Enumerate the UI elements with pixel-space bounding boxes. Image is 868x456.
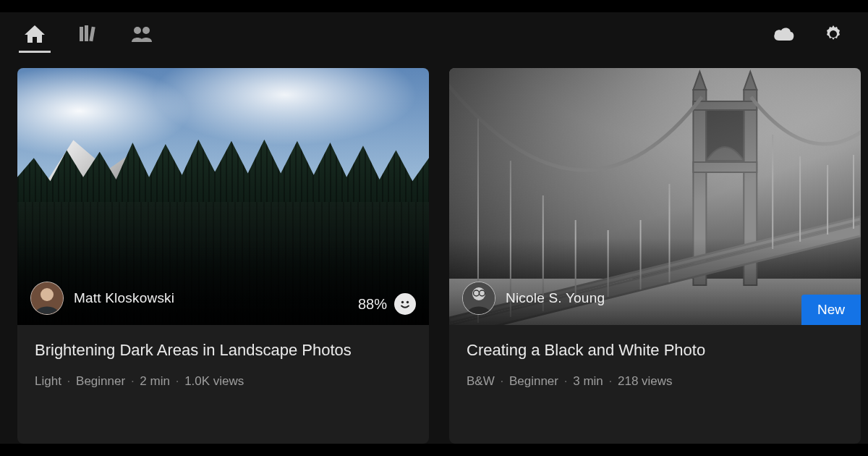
tutorial-title: Creating a Black and White Photo [467,341,843,360]
rating-row: 88% [358,293,416,315]
author-avatar [462,282,495,315]
svg-point-9 [407,301,409,303]
rating-percent: 88% [358,296,387,313]
gear-icon [823,24,843,44]
card-body: Creating a Black and White Photo B&W · B… [449,325,861,444]
author-name: Nicole S. Young [506,290,605,306]
author-avatar [30,282,64,315]
tutorial-card[interactable]: Nicole S. Young New Creating a Black and… [449,68,861,444]
author-row: Matt Kloskowski [30,282,174,315]
tutorial-meta: Light · Beginner · 2 min · 1.0K views [35,374,412,389]
home-icon [24,25,46,43]
tutorial-card[interactable]: Matt Kloskowski 88% Brightening D [17,68,429,444]
card-body: Brightening Dark Areas in Landscape Phot… [17,325,429,444]
nav-home[interactable] [20,20,49,48]
top-bar [0,12,868,56]
smiley-icon [394,293,416,315]
svg-rect-1 [85,25,88,41]
cards-row: Matt Kloskowski 88% Brightening D [17,68,861,444]
svg-point-4 [142,27,150,34]
cloud-button[interactable] [770,20,799,48]
svg-point-3 [134,27,141,34]
cloud-icon [773,26,796,42]
author-name: Matt Kloskowski [74,290,174,306]
svg-point-6 [41,288,54,301]
tutorial-meta: B&W · Beginner · 3 min · 218 views [467,374,843,389]
meta-category: Light [35,374,61,388]
tutorial-thumbnail: Nicole S. Young New [449,68,861,325]
nav-community[interactable] [127,20,156,48]
meta-views: 1.0K views [184,374,244,388]
app-frame: Matt Kloskowski 88% Brightening D [0,12,868,444]
meta-duration: 3 min [573,374,603,388]
meta-views: 218 views [618,374,673,388]
library-icon [77,25,99,43]
meta-duration: 2 min [140,374,170,388]
nav-right [770,20,848,48]
meta-level: Beginner [76,374,125,388]
nav-left [20,20,156,48]
svg-point-8 [401,301,404,303]
svg-point-7 [398,297,412,311]
svg-rect-2 [89,27,95,42]
svg-rect-0 [80,27,83,41]
meta-level: Beginner [509,374,558,388]
settings-button[interactable] [819,20,848,48]
new-badge: New [801,295,861,325]
tutorial-title: Brightening Dark Areas in Landscape Phot… [35,341,412,360]
meta-category: B&W [467,374,495,388]
tutorial-thumbnail: Matt Kloskowski 88% [17,68,429,325]
people-icon [130,25,153,43]
author-row: Nicole S. Young [462,282,605,315]
nav-library[interactable] [74,20,103,48]
